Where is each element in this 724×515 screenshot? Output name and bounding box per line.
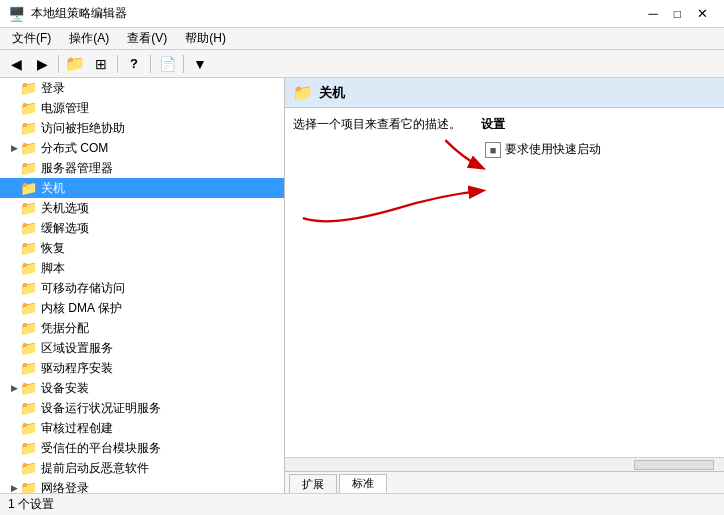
expand-icon: ▶ [8, 383, 20, 393]
tree-item-scripts[interactable]: 📁 脚本 [0, 258, 284, 278]
tree-item-early-launch[interactable]: 📁 提前启动反恶意软件 [0, 458, 284, 478]
tree-label: 受信任的平台模块服务 [41, 440, 161, 457]
toolbar-separator-3 [150, 55, 151, 73]
folder-icon: 📁 [20, 380, 37, 396]
toolbar: ◀ ▶ 📁 ⊞ ? 📄 ▼ [0, 50, 724, 78]
minimize-button[interactable]: ─ [641, 6, 666, 21]
tree-item-shutdown[interactable]: 📁 关机 [0, 178, 284, 198]
folder-icon: 📁 [20, 120, 37, 136]
back-button[interactable]: ◀ [4, 53, 28, 75]
folder-icon: 📁 [20, 480, 37, 493]
menu-bar: 文件(F) 操作(A) 查看(V) 帮助(H) [0, 28, 724, 50]
tree-label: 凭据分配 [41, 320, 89, 337]
right-panel: 📁 关机 选择一个项目来查看它的描述。 设置 ■ 要求使用快速启动 [285, 78, 724, 493]
tree-label: 驱动程序安装 [41, 360, 113, 377]
tree-item-network-login[interactable]: ▶ 📁 网络登录 [0, 478, 284, 493]
tree-item-dma[interactable]: 📁 内核 DMA 保护 [0, 298, 284, 318]
tree-item-driver-install[interactable]: 📁 驱动程序安装 [0, 358, 284, 378]
settings-item-fast-startup[interactable]: ■ 要求使用快速启动 [481, 139, 716, 160]
main-area: 📁 登录 📁 电源管理 📁 访问被拒绝协助 ▶ 📁 分布式 COM 📁 服务器管… [0, 78, 724, 493]
folder-icon: 📁 [20, 460, 37, 476]
folder-icon: 📁 [20, 140, 37, 156]
folder-icon: 📁 [20, 440, 37, 456]
tree-label: 电源管理 [41, 100, 89, 117]
right-description: 选择一个项目来查看它的描述。 [293, 116, 461, 449]
tree-item-mitigation[interactable]: 📁 缓解选项 [0, 218, 284, 238]
tree-label: 登录 [41, 80, 65, 97]
toolbar-separator-2 [117, 55, 118, 73]
settings-header: 设置 [481, 116, 716, 133]
folder-icon: 📁 [20, 420, 37, 436]
right-header: 📁 关机 [285, 78, 724, 108]
right-body: 选择一个项目来查看它的描述。 设置 ■ 要求使用快速启动 [285, 108, 724, 457]
tree-item-recovery[interactable]: 📁 恢复 [0, 238, 284, 258]
tab-standard[interactable]: 标准 [339, 474, 387, 493]
folder-icon: 📁 [20, 240, 37, 256]
tree-item-shutdown-options[interactable]: 📁 关机选项 [0, 198, 284, 218]
tree-item-power[interactable]: 📁 电源管理 [0, 98, 284, 118]
right-header-icon: 📁 [293, 83, 313, 102]
tree-label: 可移动存储访问 [41, 280, 125, 297]
tree-label: 网络登录 [41, 480, 89, 494]
status-bar: 1 个设置 [0, 493, 724, 515]
tree-label: 设备运行状况证明服务 [41, 400, 161, 417]
tree-label: 缓解选项 [41, 220, 89, 237]
forward-button[interactable]: ▶ [30, 53, 54, 75]
tab-expand[interactable]: 扩展 [289, 474, 337, 493]
tree-item-server-manager[interactable]: 📁 服务器管理器 [0, 158, 284, 178]
menu-action[interactable]: 操作(A) [61, 28, 117, 49]
bottom-tabs: 扩展 标准 [285, 471, 724, 493]
menu-view[interactable]: 查看(V) [119, 28, 175, 49]
copy-button[interactable]: ⊞ [89, 53, 113, 75]
tree-item-audit[interactable]: 📁 审核过程创建 [0, 418, 284, 438]
tree-label: 提前启动反恶意软件 [41, 460, 149, 477]
close-button[interactable]: ✕ [689, 6, 716, 21]
horizontal-scrollbar-track[interactable] [634, 460, 714, 470]
tree-label: 访问被拒绝协助 [41, 120, 125, 137]
left-panel[interactable]: 📁 登录 📁 电源管理 📁 访问被拒绝协助 ▶ 📁 分布式 COM 📁 服务器管… [0, 78, 285, 493]
folder-icon: 📁 [20, 400, 37, 416]
props-button[interactable]: 📄 [155, 53, 179, 75]
folder-icon: 📁 [20, 100, 37, 116]
expand-icon: ▶ [8, 483, 20, 493]
folder-icon: 📁 [20, 200, 37, 216]
tree-label: 审核过程创建 [41, 420, 113, 437]
tree-label: 服务器管理器 [41, 160, 113, 177]
folder-icon: 📁 [20, 180, 37, 196]
status-text: 1 个设置 [8, 496, 54, 513]
settings-item-icon: ■ [485, 142, 501, 158]
toolbar-separator-4 [183, 55, 184, 73]
tree-item-login[interactable]: 📁 登录 [0, 78, 284, 98]
tree-label: 关机 [41, 180, 65, 197]
right-header-title: 关机 [319, 84, 345, 102]
bottom-scrollbar[interactable] [285, 457, 724, 471]
tree-item-dcom[interactable]: ▶ 📁 分布式 COM [0, 138, 284, 158]
folder-icon: 📁 [20, 160, 37, 176]
menu-help[interactable]: 帮助(H) [177, 28, 234, 49]
folder-icon: 📁 [20, 300, 37, 316]
tree-item-removable-storage[interactable]: 📁 可移动存储访问 [0, 278, 284, 298]
tree-label: 设备安装 [41, 380, 89, 397]
tree-item-regional[interactable]: 📁 区域设置服务 [0, 338, 284, 358]
tree-item-device-health[interactable]: 📁 设备运行状况证明服务 [0, 398, 284, 418]
tree-label: 恢复 [41, 240, 65, 257]
filter-button[interactable]: ▼ [188, 53, 212, 75]
folder-icon: 📁 [20, 80, 37, 96]
title-bar-text: 本地组策略编辑器 [31, 5, 127, 22]
tree-label: 分布式 COM [41, 140, 108, 157]
maximize-button[interactable]: □ [666, 7, 689, 21]
folder-icon: 📁 [20, 280, 37, 296]
help-button[interactable]: ? [122, 53, 146, 75]
folder-icon: 📁 [20, 360, 37, 376]
tree-item-device-install[interactable]: ▶ 📁 设备安装 [0, 378, 284, 398]
tree-item-access-denied[interactable]: 📁 访问被拒绝协助 [0, 118, 284, 138]
tree-label: 区域设置服务 [41, 340, 113, 357]
folder-icon: 📁 [20, 340, 37, 356]
title-bar-icon: 🖥️ [8, 6, 25, 22]
tree-item-tpm[interactable]: 📁 受信任的平台模块服务 [0, 438, 284, 458]
folder-button[interactable]: 📁 [63, 53, 87, 75]
folder-icon: 📁 [20, 320, 37, 336]
menu-file[interactable]: 文件(F) [4, 28, 59, 49]
tree-item-credentials[interactable]: 📁 凭据分配 [0, 318, 284, 338]
right-settings: 设置 ■ 要求使用快速启动 [481, 116, 716, 449]
